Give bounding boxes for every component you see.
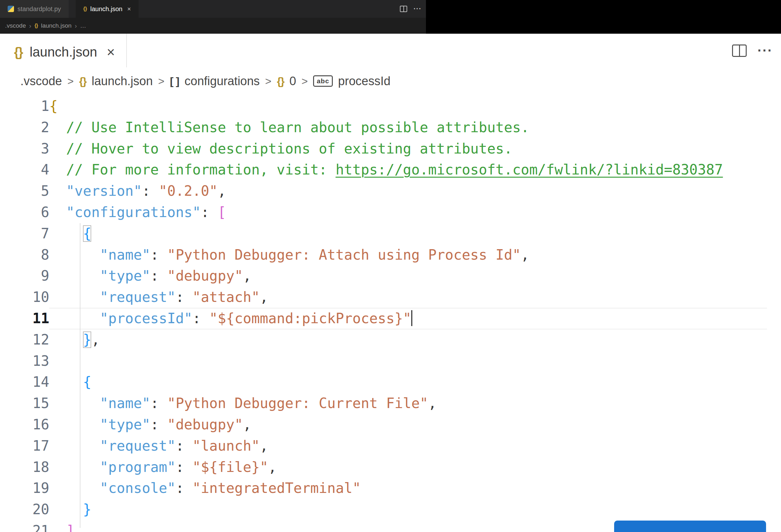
token: "configurations" <box>66 204 201 220</box>
breadcrumb-file[interactable]: launch.json <box>41 22 72 29</box>
split-editor-icon[interactable] <box>732 44 747 57</box>
code-line[interactable]: 14 { <box>0 371 781 393</box>
token: "integratedTerminal" <box>192 480 361 496</box>
token: : <box>150 247 167 263</box>
code-line[interactable]: 6 "configurations": [ <box>0 202 781 223</box>
token: "name" <box>100 247 150 263</box>
code-text: }, <box>49 329 767 351</box>
token: "name" <box>100 395 150 411</box>
code-line[interactable]: 8 "name": "Python Debugger: Attach using… <box>0 244 781 266</box>
code-line[interactable]: 20 } <box>0 499 781 520</box>
token: // Hover to view descriptions of existin… <box>49 140 512 157</box>
token: "Python Debugger: Attach using Process I… <box>167 247 521 263</box>
line-number: 16 <box>0 414 49 436</box>
more-actions-icon[interactable]: ··· <box>757 44 773 57</box>
code-line[interactable]: 12 }, <box>0 329 781 351</box>
code-line[interactable]: 18 "program": "${file}", <box>0 457 781 478</box>
split-editor-icon[interactable] <box>400 6 407 12</box>
code-text: "program": "${file}", <box>49 457 767 478</box>
breadcrumb-item-vscode[interactable]: .vscode <box>20 74 62 88</box>
code-text: "name": "Python Debugger: Current File", <box>49 393 767 414</box>
token: : <box>175 289 192 305</box>
token <box>49 523 66 532</box>
chevron-right-icon: > <box>302 75 308 87</box>
code-line[interactable]: 15 "name": "Python Debugger: Current Fil… <box>0 393 781 414</box>
token: , <box>268 459 277 475</box>
json-braces-icon: {} <box>83 6 87 12</box>
line-number: 3 <box>0 138 49 160</box>
token <box>49 395 100 411</box>
code-line[interactable]: 2 // Use IntelliSense to learn about pos… <box>0 117 781 138</box>
tab-launch-json[interactable]: {} launch.json × <box>76 0 138 18</box>
code-text: { <box>49 96 767 117</box>
tab-label: standardplot.py <box>17 5 61 13</box>
token: "type" <box>100 416 150 433</box>
breadcrumb-item-file[interactable]: launch.json <box>91 74 153 88</box>
code-text: "version": "0.2.0", <box>49 180 767 202</box>
code-text: "request": "launch", <box>49 436 767 457</box>
breadcrumb-more[interactable]: … <box>80 22 86 29</box>
token: { <box>83 225 91 242</box>
code-line[interactable]: 11 "processId": "${command:pickProcess}" <box>0 308 781 329</box>
token: , <box>428 395 437 411</box>
token <box>49 204 66 220</box>
tab-launch-json[interactable]: {} launch.json × <box>0 34 127 67</box>
line-number: 12 <box>0 329 49 351</box>
code-text: } <box>49 499 767 520</box>
code-line[interactable]: 17 "request": "launch", <box>0 436 781 457</box>
token: https://go.microsoft.com/fwlink/?linkid=… <box>336 161 723 178</box>
token: : <box>150 395 167 411</box>
line-number: 20 <box>0 499 49 520</box>
line-number: 6 <box>0 202 49 223</box>
token: "${command:pickProcess}" <box>209 310 411 326</box>
line-number: 21 <box>0 520 49 532</box>
token: , <box>260 289 268 305</box>
code-text: // Use IntelliSense to learn about possi… <box>49 117 767 138</box>
breadcrumb-item-processid[interactable]: processId <box>338 74 390 88</box>
code-text: "processId": "${command:pickProcess}" <box>49 308 767 329</box>
token: "debugpy" <box>167 416 243 433</box>
token: : <box>175 480 192 496</box>
editor-actions: ··· <box>732 34 781 67</box>
editor-actions: ··· <box>400 0 426 18</box>
code-line[interactable]: 7 { <box>0 223 781 244</box>
close-icon[interactable]: × <box>107 45 115 59</box>
token: , <box>521 247 529 263</box>
token: "request" <box>100 289 175 305</box>
zoom-tab-bar: {} launch.json × ··· <box>0 34 781 67</box>
code-line[interactable]: 16 "type": "debugpy", <box>0 414 781 436</box>
array-icon: [ ] <box>170 75 179 87</box>
token <box>49 416 100 433</box>
code-line[interactable]: 5 "version": "0.2.0", <box>0 180 781 202</box>
tab-standardplot-py[interactable]: standardplot.py <box>0 0 69 18</box>
breadcrumb-item-configurations[interactable]: configurations <box>185 74 260 88</box>
code-line[interactable]: 1{ <box>0 96 781 117</box>
code-text: // For more information, visit: https://… <box>49 159 767 180</box>
add-configuration-button[interactable] <box>614 521 766 532</box>
token: "request" <box>100 438 175 454</box>
code-line[interactable]: 3 // Hover to view descriptions of exist… <box>0 138 781 160</box>
code-line[interactable]: 10 "request": "attach", <box>0 287 781 308</box>
token: // Use IntelliSense to learn about possi… <box>49 119 529 135</box>
python-icon <box>8 6 14 12</box>
code-line[interactable]: 19 "console": "integratedTerminal" <box>0 478 781 499</box>
line-number: 1 <box>0 96 49 117</box>
code-line[interactable]: 13 <box>0 351 781 372</box>
code-text: { <box>49 371 767 393</box>
token: "console" <box>100 480 175 496</box>
code-line[interactable]: 4 // For more information, visit: https:… <box>0 159 781 180</box>
token <box>49 247 100 263</box>
breadcrumb-item-index[interactable]: 0 <box>289 74 296 88</box>
line-number: 7 <box>0 223 49 244</box>
code-line[interactable]: 9 "type": "debugpy", <box>0 265 781 287</box>
token: "version" <box>66 183 142 199</box>
token <box>49 310 100 326</box>
chevron-right-icon: › <box>29 22 31 30</box>
close-icon[interactable]: × <box>127 5 131 13</box>
token: "Python Debugger: Current File" <box>167 395 428 411</box>
breadcrumb-folder[interactable]: .vscode <box>5 22 26 29</box>
token <box>49 268 100 284</box>
more-actions-icon[interactable]: ··· <box>414 5 421 12</box>
token: "0.2.0" <box>159 183 217 199</box>
token <box>49 374 83 390</box>
